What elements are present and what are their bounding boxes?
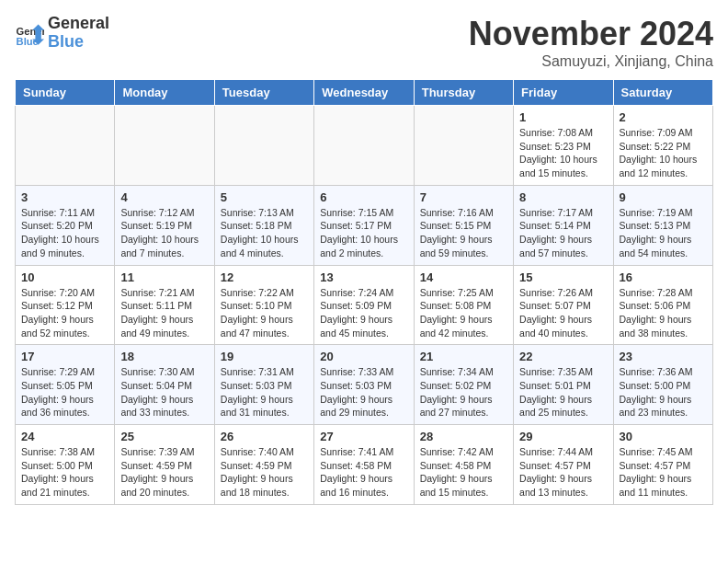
logo: General Blue General Blue	[15, 15, 109, 52]
day-info: Sunrise: 7:34 AM Sunset: 5:02 PM Dayligh…	[420, 365, 507, 419]
day-info: Sunrise: 7:35 AM Sunset: 5:01 PM Dayligh…	[519, 365, 607, 419]
calendar-cell: 15Sunrise: 7:26 AM Sunset: 5:07 PM Dayli…	[514, 265, 613, 345]
day-number: 1	[519, 110, 607, 124]
weekday-row: SundayMondayTuesdayWednesdayThursdayFrid…	[16, 80, 713, 106]
day-number: 25	[120, 430, 208, 443]
calendar-cell	[314, 106, 414, 186]
weekday-header-tuesday: Tuesday	[214, 80, 313, 106]
day-info: Sunrise: 7:45 AM Sunset: 4:57 PM Dayligh…	[620, 445, 707, 500]
location-title: Samuyuzi, Xinjiang, China	[469, 53, 713, 70]
calendar-header: SundayMondayTuesdayWednesdayThursdayFrid…	[16, 80, 713, 106]
calendar-cell: 7Sunrise: 7:16 AM Sunset: 5:15 PM Daylig…	[414, 185, 513, 265]
day-number: 20	[320, 350, 407, 363]
calendar-cell: 25Sunrise: 7:39 AM Sunset: 4:59 PM Dayli…	[115, 425, 214, 505]
calendar-cell: 10Sunrise: 7:20 AM Sunset: 5:12 PM Dayli…	[16, 265, 115, 345]
day-info: Sunrise: 7:40 AM Sunset: 4:59 PM Dayligh…	[221, 445, 308, 500]
day-number: 18	[120, 350, 208, 363]
weekday-header-friday: Friday	[514, 80, 613, 106]
calendar-cell: 28Sunrise: 7:42 AM Sunset: 4:58 PM Dayli…	[414, 425, 513, 505]
day-number: 15	[519, 270, 607, 284]
day-info: Sunrise: 7:29 AM Sunset: 5:05 PM Dayligh…	[21, 365, 108, 419]
weekday-header-wednesday: Wednesday	[314, 80, 414, 106]
day-number: 4	[120, 190, 208, 204]
day-number: 7	[420, 190, 507, 204]
logo-line1: General	[48, 15, 109, 33]
day-info: Sunrise: 7:28 AM Sunset: 5:06 PM Dayligh…	[620, 286, 707, 340]
calendar-cell: 22Sunrise: 7:35 AM Sunset: 5:01 PM Dayli…	[514, 345, 613, 425]
day-info: Sunrise: 7:16 AM Sunset: 5:15 PM Dayligh…	[420, 206, 507, 260]
logo-icon: General Blue	[15, 18, 44, 48]
day-info: Sunrise: 7:25 AM Sunset: 5:08 PM Dayligh…	[420, 286, 507, 340]
calendar-cell: 1Sunrise: 7:08 AM Sunset: 5:23 PM Daylig…	[514, 106, 613, 186]
calendar-cell: 14Sunrise: 7:25 AM Sunset: 5:08 PM Dayli…	[414, 265, 513, 345]
calendar-cell: 26Sunrise: 7:40 AM Sunset: 4:59 PM Dayli…	[214, 425, 313, 505]
calendar-cell: 20Sunrise: 7:33 AM Sunset: 5:03 PM Dayli…	[314, 345, 414, 425]
calendar-cell: 12Sunrise: 7:22 AM Sunset: 5:10 PM Dayli…	[214, 265, 313, 345]
calendar-body: 1Sunrise: 7:08 AM Sunset: 5:23 PM Daylig…	[16, 106, 713, 505]
day-number: 24	[21, 430, 108, 443]
day-number: 5	[221, 190, 308, 204]
day-info: Sunrise: 7:11 AM Sunset: 5:20 PM Dayligh…	[21, 206, 108, 260]
day-info: Sunrise: 7:30 AM Sunset: 5:04 PM Dayligh…	[120, 365, 208, 419]
calendar-cell: 21Sunrise: 7:34 AM Sunset: 5:02 PM Dayli…	[414, 345, 513, 425]
day-info: Sunrise: 7:42 AM Sunset: 4:58 PM Dayligh…	[420, 445, 507, 500]
calendar-cell: 16Sunrise: 7:28 AM Sunset: 5:06 PM Dayli…	[613, 265, 712, 345]
calendar-cell: 11Sunrise: 7:21 AM Sunset: 5:11 PM Dayli…	[115, 265, 214, 345]
calendar-cell: 6Sunrise: 7:15 AM Sunset: 5:17 PM Daylig…	[314, 185, 414, 265]
calendar-cell: 17Sunrise: 7:29 AM Sunset: 5:05 PM Dayli…	[16, 345, 115, 425]
calendar-cell: 18Sunrise: 7:30 AM Sunset: 5:04 PM Dayli…	[115, 345, 214, 425]
header: General Blue General Blue November 2024 …	[15, 15, 713, 70]
calendar-week-row: 24Sunrise: 7:38 AM Sunset: 5:00 PM Dayli…	[16, 425, 713, 505]
day-info: Sunrise: 7:33 AM Sunset: 5:03 PM Dayligh…	[320, 365, 407, 419]
calendar-week-row: 17Sunrise: 7:29 AM Sunset: 5:05 PM Dayli…	[16, 345, 713, 425]
calendar-week-row: 3Sunrise: 7:11 AM Sunset: 5:20 PM Daylig…	[16, 185, 713, 265]
day-number: 11	[120, 270, 208, 284]
day-number: 23	[620, 350, 707, 363]
calendar-cell: 23Sunrise: 7:36 AM Sunset: 5:00 PM Dayli…	[613, 345, 712, 425]
calendar-cell: 3Sunrise: 7:11 AM Sunset: 5:20 PM Daylig…	[16, 185, 115, 265]
day-info: Sunrise: 7:22 AM Sunset: 5:10 PM Dayligh…	[221, 286, 308, 340]
day-number: 26	[221, 430, 308, 443]
day-info: Sunrise: 7:39 AM Sunset: 4:59 PM Dayligh…	[120, 445, 208, 500]
day-info: Sunrise: 7:20 AM Sunset: 5:12 PM Dayligh…	[21, 286, 108, 340]
day-number: 22	[519, 350, 607, 363]
calendar-cell: 13Sunrise: 7:24 AM Sunset: 5:09 PM Dayli…	[314, 265, 414, 345]
calendar-week-row: 1Sunrise: 7:08 AM Sunset: 5:23 PM Daylig…	[16, 106, 713, 186]
day-number: 13	[320, 270, 407, 284]
calendar-cell: 8Sunrise: 7:17 AM Sunset: 5:14 PM Daylig…	[514, 185, 613, 265]
logo-text: General Blue	[48, 15, 109, 52]
calendar-cell	[214, 106, 313, 186]
calendar: SundayMondayTuesdayWednesdayThursdayFrid…	[15, 79, 713, 505]
weekday-header-thursday: Thursday	[414, 80, 513, 106]
day-info: Sunrise: 7:44 AM Sunset: 4:57 PM Dayligh…	[519, 445, 607, 500]
day-info: Sunrise: 7:13 AM Sunset: 5:18 PM Dayligh…	[221, 206, 308, 260]
calendar-cell: 29Sunrise: 7:44 AM Sunset: 4:57 PM Dayli…	[514, 425, 613, 505]
day-info: Sunrise: 7:36 AM Sunset: 5:00 PM Dayligh…	[620, 365, 707, 419]
day-number: 2	[620, 110, 707, 124]
day-info: Sunrise: 7:38 AM Sunset: 5:00 PM Dayligh…	[21, 445, 108, 500]
day-number: 28	[420, 430, 507, 443]
day-number: 9	[620, 190, 707, 204]
day-number: 10	[21, 270, 108, 284]
weekday-header-monday: Monday	[115, 80, 214, 106]
day-number: 27	[320, 430, 407, 443]
weekday-header-saturday: Saturday	[613, 80, 712, 106]
day-number: 29	[519, 430, 607, 443]
calendar-cell: 30Sunrise: 7:45 AM Sunset: 4:57 PM Dayli…	[613, 425, 712, 505]
calendar-cell: 9Sunrise: 7:19 AM Sunset: 5:13 PM Daylig…	[613, 185, 712, 265]
month-title: November 2024	[469, 15, 713, 53]
day-number: 30	[620, 430, 707, 443]
calendar-cell: 19Sunrise: 7:31 AM Sunset: 5:03 PM Dayli…	[214, 345, 313, 425]
calendar-week-row: 10Sunrise: 7:20 AM Sunset: 5:12 PM Dayli…	[16, 265, 713, 345]
day-number: 14	[420, 270, 507, 284]
day-info: Sunrise: 7:21 AM Sunset: 5:11 PM Dayligh…	[120, 286, 208, 340]
day-number: 21	[420, 350, 507, 363]
day-number: 6	[320, 190, 407, 204]
day-info: Sunrise: 7:19 AM Sunset: 5:13 PM Dayligh…	[620, 206, 707, 260]
day-info: Sunrise: 7:26 AM Sunset: 5:07 PM Dayligh…	[519, 286, 607, 340]
day-number: 17	[21, 350, 108, 363]
calendar-cell: 4Sunrise: 7:12 AM Sunset: 5:19 PM Daylig…	[115, 185, 214, 265]
calendar-cell: 5Sunrise: 7:13 AM Sunset: 5:18 PM Daylig…	[214, 185, 313, 265]
calendar-cell: 27Sunrise: 7:41 AM Sunset: 4:58 PM Dayli…	[314, 425, 414, 505]
day-number: 8	[519, 190, 607, 204]
